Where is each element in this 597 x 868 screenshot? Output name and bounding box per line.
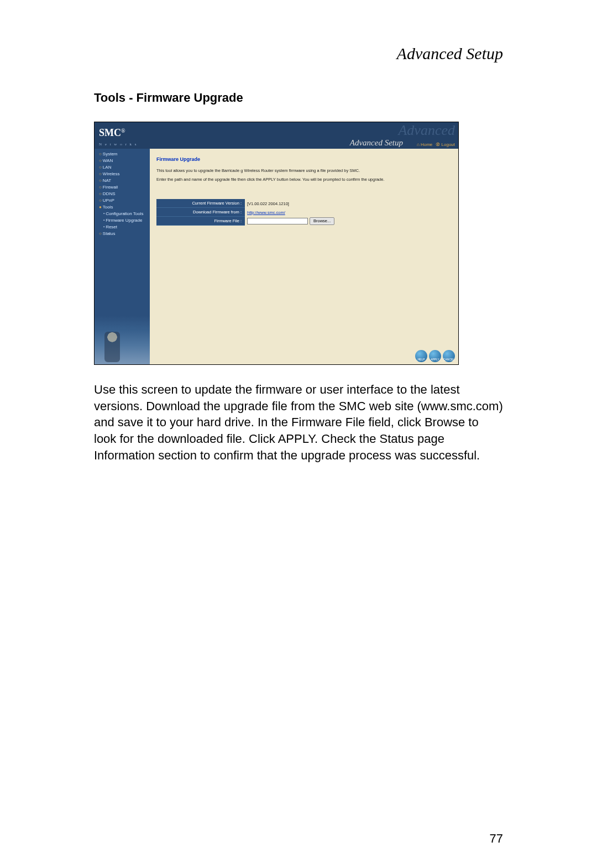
- sidebar-item-label: WAN: [103, 158, 113, 163]
- logout-link-label: Logout: [442, 142, 455, 147]
- download-link[interactable]: http://www.smc.com/: [247, 210, 285, 215]
- body-paragraph: Use this screen to update the firmware o…: [94, 381, 503, 463]
- apply-button[interactable]: APPLY: [429, 350, 441, 362]
- brand-logo: SMC® N e t w o r k s: [95, 126, 140, 149]
- brand-text: SMC: [99, 127, 121, 138]
- sidebar-item-label: LAN: [103, 165, 112, 170]
- screenshot-header-bar: SMC® N e t w o r k s Advanced Advanced S…: [95, 122, 458, 149]
- sidebar-item-label: Tools: [103, 205, 113, 210]
- sidebar-item-label: Firewall: [103, 185, 118, 190]
- bullet-icon: ○: [99, 198, 102, 203]
- bullet-icon: ○: [99, 158, 102, 163]
- sidebar: ○System ○WAN ○LAN ○Wireless ○NAT ○Firewa…: [95, 149, 150, 365]
- home-icon: ⌂: [417, 142, 420, 147]
- bullet-icon: ▪: [103, 218, 104, 222]
- sidebar-item-label: NAT: [103, 178, 111, 183]
- home-link-label: Home: [421, 142, 432, 147]
- setup-title: Advanced Setup: [350, 138, 403, 148]
- page-header: Advanced Setup: [94, 44, 503, 63]
- panel-desc-2: Enter the path and name of the upgrade f…: [156, 176, 452, 182]
- firmware-form: Current Firmware Version : [V1.00.022 20…: [156, 199, 366, 226]
- sidebar-item-label: UPnP: [103, 198, 114, 203]
- main-panel: Firmware Upgrade This tool allows you to…: [150, 149, 458, 365]
- cancel-button[interactable]: CANCEL: [443, 350, 455, 362]
- header-links: ⌂ Home ⦿ Logout: [417, 142, 455, 147]
- row-current-version: Current Firmware Version : [V1.00.022 20…: [156, 199, 366, 208]
- panel-title: Firmware Upgrade: [156, 156, 452, 162]
- sidebar-subitem-firmware[interactable]: ▪Firmware Upgrade: [95, 217, 150, 224]
- section-heading: Tools - Firmware Upgrade: [94, 91, 503, 105]
- label-download-from: Download Firmware from :: [156, 208, 245, 217]
- sidebar-decor: [95, 316, 150, 365]
- bullet-icon: ○: [99, 165, 102, 170]
- sidebar-figure: [104, 332, 120, 362]
- sidebar-item-wan[interactable]: ○WAN: [95, 158, 150, 164]
- sidebar-item-tools[interactable]: ●Tools: [95, 204, 150, 211]
- home-link[interactable]: ⌂ Home: [417, 142, 432, 147]
- bullet-icon: ●: [99, 205, 102, 210]
- bullet-icon: ○: [99, 231, 102, 236]
- sidebar-item-label: Status: [103, 231, 116, 236]
- sidebar-item-nat[interactable]: ○NAT: [95, 177, 150, 184]
- sidebar-item-upnp[interactable]: ○UPnP: [95, 197, 150, 204]
- help-button[interactable]: HELP: [415, 350, 427, 362]
- browse-button[interactable]: Browse...: [310, 217, 334, 225]
- logout-link[interactable]: ⦿ Logout: [436, 142, 455, 147]
- value-current-version: [V1.00.022 2004.1210]: [245, 201, 366, 206]
- sidebar-subitem-config[interactable]: ▪Configuration Tools: [95, 211, 150, 217]
- bullet-icon: ▪: [103, 225, 104, 228]
- sidebar-item-system[interactable]: ○System: [95, 151, 150, 158]
- sidebar-item-wireless[interactable]: ○Wireless: [95, 171, 150, 177]
- sidebar-item-ddns[interactable]: ○DDNS: [95, 191, 150, 197]
- sidebar-item-label: DDNS: [103, 191, 116, 196]
- sidebar-item-label: Reset: [106, 224, 117, 229]
- brand-subtext: N e t w o r k s: [99, 142, 137, 147]
- registered-icon: ®: [121, 128, 125, 134]
- ghost-title: Advanced: [398, 122, 455, 139]
- logout-icon: ⦿: [436, 142, 440, 147]
- sidebar-item-label: Wireless: [103, 171, 120, 176]
- sidebar-item-firewall[interactable]: ○Firewall: [95, 184, 150, 191]
- sidebar-item-status[interactable]: ○Status: [95, 231, 150, 237]
- firmware-file-input[interactable]: [247, 218, 308, 224]
- sidebar-item-label: Firmware Upgrade: [106, 218, 142, 223]
- sidebar-item-label: System: [103, 151, 118, 156]
- action-buttons: HELP APPLY CANCEL: [415, 350, 455, 362]
- page-number: 77: [490, 832, 503, 846]
- router-admin-screenshot: SMC® N e t w o r k s Advanced Advanced S…: [94, 122, 459, 365]
- row-download-from: Download Firmware from : http://www.smc.…: [156, 208, 366, 217]
- panel-desc-1: This tool allows you to upgrade the Barr…: [156, 168, 452, 174]
- bullet-icon: ○: [99, 171, 102, 176]
- bullet-icon: ▪: [103, 212, 104, 215]
- bullet-icon: ○: [99, 151, 102, 156]
- bullet-icon: ○: [99, 185, 102, 190]
- sidebar-subitem-reset[interactable]: ▪Reset: [95, 224, 150, 231]
- label-current-version: Current Firmware Version :: [156, 199, 245, 208]
- bullet-icon: ○: [99, 178, 102, 183]
- sidebar-item-label: Configuration Tools: [106, 211, 143, 216]
- label-firmware-file: Firmware File :: [156, 217, 245, 226]
- bullet-icon: ○: [99, 191, 102, 196]
- row-firmware-file: Firmware File : Browse...: [156, 217, 366, 226]
- sidebar-item-lan[interactable]: ○LAN: [95, 164, 150, 171]
